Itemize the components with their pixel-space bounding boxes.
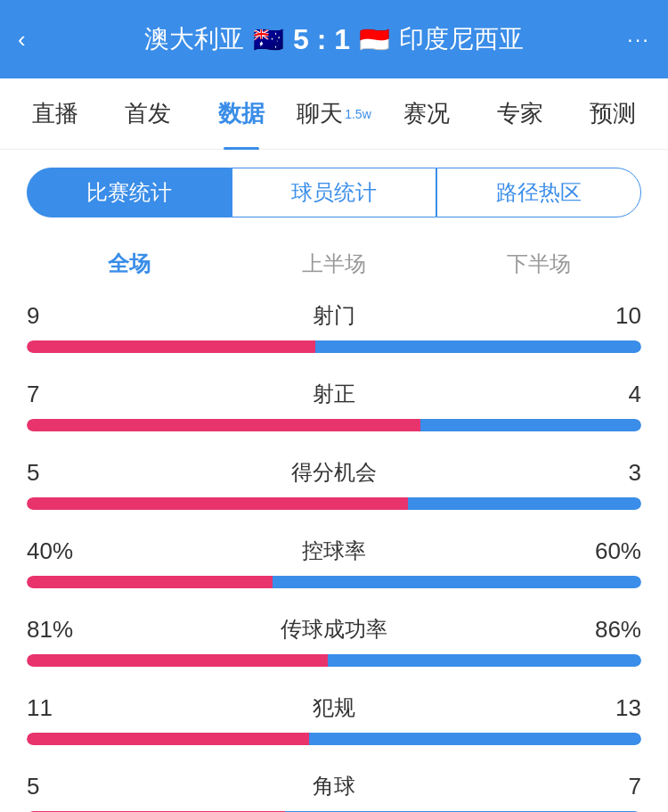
stat-label: 得分机会 <box>98 458 570 487</box>
more-button[interactable]: ··· <box>615 27 650 52</box>
stats-container: 9 射门 10 7 射正 4 5 得分机会 3 40% 控 <box>0 301 668 812</box>
bar-right <box>315 340 641 353</box>
tab-expert[interactable]: 专家 <box>473 78 566 150</box>
stat-right-value: 7 <box>570 773 641 800</box>
match-score: 5 : 1 <box>293 23 350 56</box>
stat-header: 5 角球 7 <box>27 772 641 800</box>
stat-left-value: 40% <box>27 537 98 565</box>
stat-label: 传球成功率 <box>98 615 570 644</box>
tab-live[interactable]: 直播 <box>9 78 102 150</box>
bar-right <box>420 419 641 431</box>
tab-lineup[interactable]: 首发 <box>102 78 194 150</box>
team-right-name: 印度尼西亚 <box>399 22 524 56</box>
nav-tabs: 直播 首发 数据 聊天1.5w 赛况 专家 预测 <box>0 78 668 150</box>
stat-left-value: 5 <box>27 459 98 487</box>
stat-right-value: 60% <box>570 537 641 565</box>
stat-row: 40% 控球率 60% <box>27 537 641 588</box>
chat-badge: 1.5w <box>345 107 371 121</box>
back-button[interactable]: ‹ <box>18 26 53 53</box>
sub-tabs: 比赛统计 球员统计 路径热区 <box>0 150 668 235</box>
stat-header: 11 犯规 13 <box>27 693 641 722</box>
stat-left-value: 9 <box>27 302 98 330</box>
stat-left-value: 11 <box>27 694 98 722</box>
period-tab-second[interactable]: 下半场 <box>436 235 641 292</box>
period-tabs: 全场 上半场 下半场 <box>0 235 668 292</box>
bar-left <box>27 733 309 745</box>
stat-bar <box>27 497 641 510</box>
sub-tab-player-stats[interactable]: 球员统计 <box>232 168 436 217</box>
stat-row: 5 得分机会 3 <box>27 458 641 510</box>
sub-tab-heatmap[interactable]: 路径热区 <box>436 168 641 217</box>
period-tab-full[interactable]: 全场 <box>27 235 232 292</box>
bar-left <box>27 576 273 588</box>
stat-row: 5 角球 7 <box>27 772 641 812</box>
stat-label: 射正 <box>98 380 570 408</box>
tab-stats[interactable]: 数据 <box>195 78 288 150</box>
stat-label: 犯规 <box>98 693 570 722</box>
stat-left-value: 81% <box>27 616 98 644</box>
stat-row: 81% 传球成功率 86% <box>27 615 641 667</box>
stat-bar <box>27 733 641 745</box>
bar-right <box>309 733 641 745</box>
stat-row: 11 犯规 13 <box>27 693 641 745</box>
stat-bar <box>27 576 641 588</box>
bar-right <box>273 576 641 588</box>
tab-chat[interactable]: 聊天1.5w <box>288 78 380 150</box>
stat-right-value: 3 <box>570 459 641 487</box>
stat-right-value: 13 <box>570 694 641 722</box>
bar-left <box>27 340 315 353</box>
stat-label: 控球率 <box>98 537 570 565</box>
match-title: 澳大利亚 🇦🇺 5 : 1 🇮🇩 印度尼西亚 <box>53 22 615 56</box>
bar-left <box>27 497 408 510</box>
stat-header: 40% 控球率 60% <box>27 537 641 565</box>
bar-right <box>328 654 641 667</box>
stat-row: 7 射正 4 <box>27 380 641 431</box>
stat-bar <box>27 419 641 431</box>
stat-label: 角球 <box>98 772 570 800</box>
stat-right-value: 10 <box>570 302 641 330</box>
stat-bar <box>27 654 641 667</box>
stat-left-value: 7 <box>27 381 98 408</box>
team-left-name: 澳大利亚 <box>144 22 244 56</box>
period-tab-first[interactable]: 上半场 <box>232 235 436 292</box>
bar-left <box>27 419 420 431</box>
stat-left-value: 5 <box>27 773 98 800</box>
tab-events[interactable]: 赛况 <box>380 78 473 150</box>
stat-header: 9 射门 10 <box>27 301 641 330</box>
stat-bar <box>27 340 641 353</box>
stat-header: 81% 传球成功率 86% <box>27 615 641 644</box>
header: ‹ 澳大利亚 🇦🇺 5 : 1 🇮🇩 印度尼西亚 ··· <box>0 0 668 78</box>
bar-right <box>408 497 641 510</box>
flag-right-icon: 🇮🇩 <box>359 25 390 54</box>
flag-left-icon: 🇦🇺 <box>253 25 284 54</box>
stat-right-value: 4 <box>570 381 641 408</box>
stat-header: 7 射正 4 <box>27 380 641 408</box>
stat-label: 射门 <box>98 301 570 330</box>
stat-header: 5 得分机会 3 <box>27 458 641 487</box>
stat-row: 9 射门 10 <box>27 301 641 353</box>
stat-right-value: 86% <box>570 616 641 644</box>
bar-left <box>27 654 328 667</box>
tab-predict[interactable]: 预测 <box>566 78 659 150</box>
sub-tab-match-stats[interactable]: 比赛统计 <box>27 168 232 217</box>
